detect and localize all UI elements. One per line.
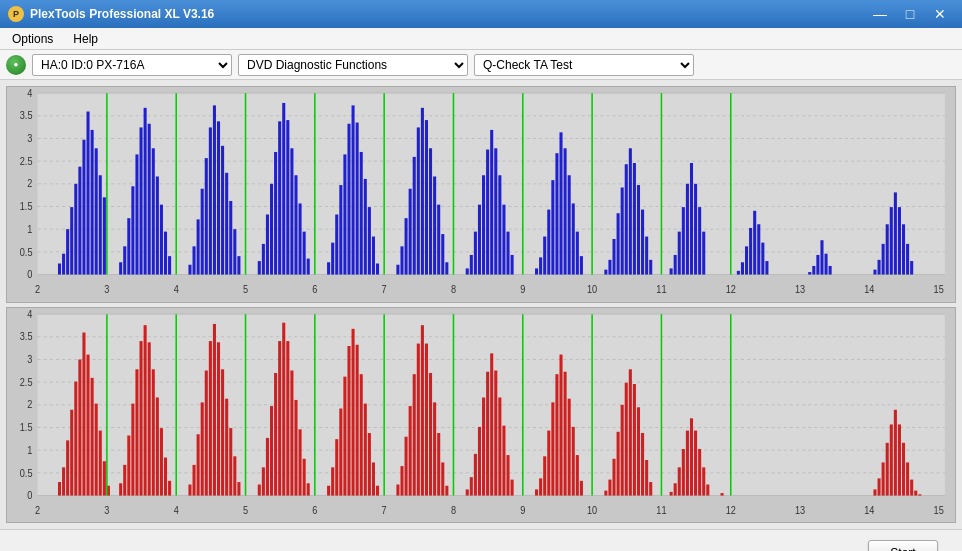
bottom-chart: 0 0.5 1 1.5 2 2.5 3 3.5 4 2 3 4 5 6 7 8 … [7,308,955,523]
svg-text:2: 2 [27,398,32,410]
svg-rect-305 [478,426,481,495]
svg-rect-51 [140,127,143,274]
menu-help[interactable]: Help [65,30,106,48]
svg-rect-44 [99,175,102,274]
svg-rect-340 [678,467,681,495]
svg-text:0: 0 [27,268,32,280]
svg-text:0: 0 [27,489,32,501]
svg-rect-247 [160,428,163,495]
svg-rect-284 [360,374,363,495]
svg-rect-341 [682,448,685,495]
svg-rect-308 [490,353,493,495]
test-select[interactable]: Q-Check TA Test [474,54,694,76]
svg-rect-288 [376,485,379,495]
svg-rect-148 [674,255,677,275]
svg-rect-266 [270,406,273,495]
svg-text:4: 4 [27,87,32,99]
function-select[interactable]: DVD Diagnostic Functions [238,54,468,76]
svg-rect-240 [131,403,134,495]
svg-rect-162 [761,243,764,275]
svg-text:2.5: 2.5 [20,376,33,388]
svg-text:6: 6 [312,504,317,516]
svg-rect-89 [343,154,346,274]
svg-rect-268 [278,341,281,495]
svg-rect-356 [902,442,905,495]
svg-rect-109 [441,234,444,274]
svg-rect-280 [343,376,346,495]
svg-rect-333 [633,383,636,495]
svg-rect-349 [873,489,876,495]
svg-rect-59 [188,265,191,275]
svg-rect-43 [95,148,98,274]
svg-rect-244 [148,342,151,495]
svg-rect-251 [193,464,196,495]
svg-rect-73 [262,244,265,275]
svg-rect-104 [421,108,424,275]
svg-text:11: 11 [656,283,667,295]
maximize-button[interactable]: □ [896,3,924,25]
svg-rect-174 [890,207,893,274]
svg-rect-179 [910,261,913,274]
svg-rect-233 [95,403,98,495]
svg-rect-168 [825,254,828,275]
svg-rect-94 [364,179,367,275]
svg-text:14: 14 [864,504,875,516]
svg-rect-63 [205,158,208,274]
svg-rect-348 [721,493,724,495]
minimize-button[interactable]: — [866,3,894,25]
svg-rect-145 [645,237,648,275]
svg-rect-119 [498,175,501,274]
svg-rect-139 [621,188,624,275]
svg-rect-52 [144,108,147,275]
svg-rect-103 [417,127,420,274]
svg-rect-151 [686,184,689,275]
svg-rect-83 [303,232,306,275]
menu-options[interactable]: Options [4,30,61,48]
svg-rect-124 [539,257,542,274]
svg-text:2.5: 2.5 [20,155,33,167]
svg-rect-91 [352,105,355,274]
svg-rect-156 [737,271,740,275]
svg-rect-317 [547,430,550,495]
svg-rect-46 [119,262,122,274]
title-controls[interactable]: — □ ✕ [866,3,954,25]
svg-rect-62 [201,189,204,275]
svg-rect-107 [433,176,436,274]
svg-rect-152 [690,163,693,275]
svg-rect-116 [486,150,489,275]
close-button[interactable]: ✕ [926,3,954,25]
svg-rect-121 [506,232,509,275]
svg-rect-97 [376,264,379,275]
svg-rect-85 [327,262,330,274]
svg-rect-248 [164,457,167,495]
svg-rect-320 [559,354,562,495]
svg-text:8: 8 [451,504,456,516]
svg-text:3.5: 3.5 [20,110,33,122]
svg-text:4: 4 [174,283,179,295]
svg-rect-239 [127,435,130,495]
svg-rect-357 [906,462,909,495]
svg-rect-34 [58,264,61,275]
svg-rect-324 [576,455,579,495]
svg-rect-38 [74,184,77,275]
svg-rect-243 [144,325,147,495]
svg-rect-316 [543,456,546,495]
svg-rect-155 [702,232,705,275]
start-button[interactable]: Start [868,540,938,552]
svg-text:10: 10 [587,504,598,516]
svg-rect-331 [625,382,628,495]
svg-rect-328 [612,458,615,495]
svg-rect-143 [637,185,640,274]
svg-rect-315 [539,478,542,495]
svg-text:14: 14 [864,283,875,295]
svg-text:11: 11 [656,504,667,516]
app-icon: P [8,6,24,22]
device-select[interactable]: HA:0 ID:0 PX-716A [32,54,232,76]
svg-rect-80 [290,148,293,274]
svg-rect-132 [572,203,575,274]
svg-rect-50 [135,154,138,274]
svg-text:7: 7 [382,504,387,516]
svg-rect-170 [873,270,876,275]
svg-rect-271 [290,370,293,495]
svg-rect-286 [368,433,371,496]
